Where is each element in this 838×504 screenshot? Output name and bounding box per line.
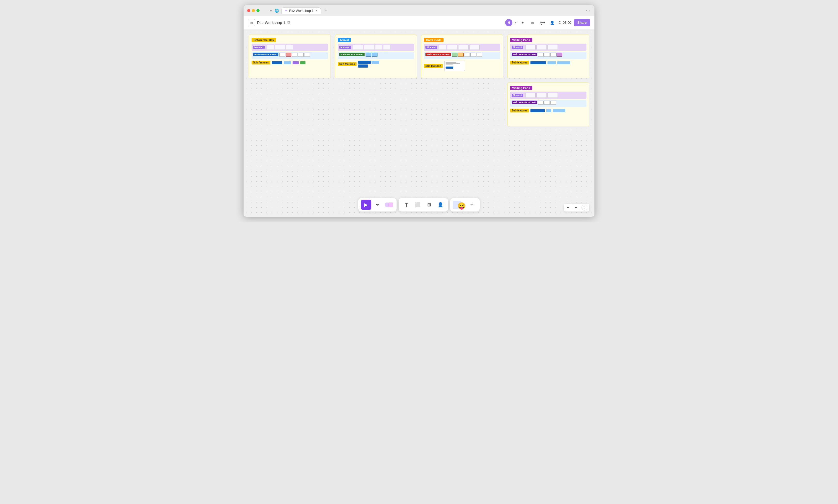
text-tool[interactable]: T [401, 200, 411, 210]
home-icon[interactable]: ⌂ [270, 8, 272, 13]
main-feature-tag-3: Main Feature Screen [425, 53, 451, 56]
moment-tag-1: Moment [253, 46, 265, 49]
mf-card-1a [280, 53, 285, 57]
sub-features-row-5: Sub features [510, 109, 586, 112]
user-circle-btn[interactable]: 👤 [549, 19, 556, 26]
sub5-card-c [553, 109, 565, 112]
help-button[interactable]: ? [582, 205, 587, 211]
moment-row-3: Moment [424, 43, 500, 51]
empty-col-2 [335, 83, 417, 126]
board-visiting-paris-1[interactable]: Visiting Paris Moment Main Feature Scree… [507, 35, 589, 78]
table-tool[interactable]: ⊞ [424, 200, 434, 210]
maximize-button[interactable] [256, 9, 260, 12]
pen-icon: ✒ [375, 202, 380, 208]
mf4-card-a [538, 53, 543, 57]
sub-card-1c [292, 61, 299, 64]
mf3-card-d [470, 53, 476, 57]
active-tab[interactable]: ✏ Ritz Workshop 1 ✕ [282, 7, 321, 14]
sub-label-2: Sub features [338, 62, 357, 66]
moment-tag-4: Moment [512, 46, 523, 49]
zoom-in-button[interactable]: + [574, 205, 578, 211]
canvas[interactable]: Before the stay Moment Main Feature Scre… [244, 30, 594, 217]
main-feature-tag-2: Main Feature Screen [339, 53, 364, 56]
sub-label-3: Sub features [424, 64, 443, 68]
person-tool[interactable]: 👤 [435, 200, 446, 210]
toolbar-left: ⊞ Ritz Workshop 1 ⧉ [248, 19, 290, 26]
board-4-title: Visiting Paris [510, 38, 532, 42]
sub5-card-a [531, 109, 545, 112]
tab-close-icon[interactable]: ✕ [315, 9, 318, 12]
window-menu-button[interactable]: ··· [586, 8, 591, 13]
mf-card-1d [298, 53, 304, 57]
sub-features-row-3: Sub features [424, 60, 500, 71]
tab-pencil-icon: ✏ [285, 9, 287, 12]
moment-row-1: Moment [252, 43, 328, 51]
main-feature-row-3: Main Feature Screen [424, 52, 500, 59]
zoom-out-button[interactable]: − [566, 205, 570, 211]
mf-card-1c [292, 53, 298, 57]
mf3-card-e [477, 53, 482, 57]
stickers-group: 😝 + [450, 198, 480, 212]
avatar-chevron[interactable]: ▾ [515, 21, 517, 24]
titlebar: ⌂ 🌐 ✏ Ritz Workshop 1 ✕ + ··· [244, 5, 594, 16]
empty-col-1 [249, 83, 331, 126]
moment-row-4: Moment [510, 43, 586, 51]
moment-tag-2: Moment [339, 46, 351, 49]
toolbar-right: H ▾ ✦ ⊞ 💬 👤 ⏱ 03:00 Share [505, 19, 590, 26]
sub2-card-c [358, 65, 368, 68]
mf5-card-a [538, 101, 543, 105]
sketch-4c [548, 44, 558, 50]
moment-tag-3: Moment [425, 46, 437, 49]
frame-tool[interactable]: ⬜ [413, 200, 423, 210]
sub2-card-b [372, 60, 379, 64]
board-arrival[interactable]: Arrival Moment Main Feature Screen [335, 35, 417, 78]
board-hotel-mode[interactable]: Hotel mode Moment Main Feature Screen [421, 35, 503, 78]
board-visiting-paris-2[interactable]: Visiting Paris Moment Main Feature Scree… [507, 83, 589, 126]
sub-features-row-2: Sub features [338, 60, 414, 68]
add-tool[interactable]: + [467, 200, 477, 210]
board-3-title: Hotel mode [424, 38, 444, 42]
sketch-3b [447, 44, 458, 50]
layout-btn[interactable]: ⊞ [529, 19, 536, 26]
boards-row-2: Visiting Paris Moment Main Feature Scree… [249, 83, 589, 126]
chat-btn[interactable]: 💬 [539, 19, 546, 26]
cursor-tool[interactable]: ▶ [361, 200, 371, 210]
board-title-label: Ritz Workshop 1 [257, 20, 285, 25]
sketch-4b [536, 44, 547, 50]
main-feature-tag-1: Main Feature Screen [253, 53, 279, 56]
mf5-card-c [550, 101, 556, 105]
text-icon: T [405, 202, 408, 208]
sub5-card-b [546, 109, 551, 112]
share-button[interactable]: Share [574, 19, 590, 26]
empty-col-3 [421, 83, 503, 126]
plus-icon: + [470, 201, 474, 208]
main-feature-row-1: Main Feature Screen [252, 52, 328, 59]
board-before-the-stay[interactable]: Before the stay Moment Main Feature Scre… [249, 35, 331, 78]
sketch-2b [364, 44, 374, 50]
sub-features-row-1: Sub features [252, 60, 328, 65]
mf3-card-a [452, 53, 458, 57]
new-tab-button[interactable]: + [325, 8, 327, 13]
sketch-2a [353, 44, 363, 50]
sub-label-4: Sub features [510, 60, 529, 65]
sketch-5b [536, 93, 547, 98]
close-button[interactable] [247, 9, 250, 12]
sub-label-5: Sub features [510, 109, 529, 112]
magic-tool-btn[interactable]: ✦ [519, 19, 526, 26]
user-avatar[interactable]: H [505, 19, 512, 26]
sub-card-1a [272, 61, 282, 64]
table-icon: ⊞ [427, 202, 431, 208]
shapes-tool[interactable] [384, 200, 394, 210]
copy-icon[interactable]: ⧉ [287, 20, 290, 25]
cursor-icon: ▶ [364, 202, 368, 208]
board-2-title: Arrival [338, 38, 351, 42]
minimize-button[interactable] [252, 9, 255, 12]
globe-icon[interactable]: 🌐 [274, 8, 279, 13]
board-type-icon[interactable]: ⊞ [248, 19, 255, 26]
sketch-4a [525, 44, 536, 50]
mf3-card-c [464, 53, 470, 57]
mf3-card-b [458, 53, 464, 57]
pen-tool[interactable]: ✒ [372, 200, 382, 210]
shapes-icon [385, 202, 393, 207]
traffic-lights [247, 9, 260, 12]
